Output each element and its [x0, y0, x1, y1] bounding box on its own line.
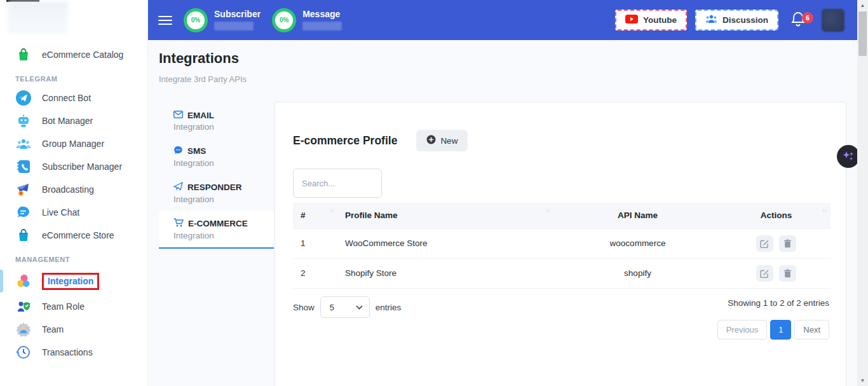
column-header-num[interactable]: # ↑↓ [293, 203, 337, 228]
shopping-bag-icon [15, 46, 32, 63]
active-indicator-bar [0, 270, 3, 293]
ecommerce-profile-card: E-commerce Profile New # ↑↓ Profile Name [275, 102, 846, 386]
sidebar: eCommerce Catalog TELEGRAM Connect Bot B… [0, 0, 148, 386]
tab-ecommerce-integration[interactable]: E-COMMERCE Integration [159, 211, 274, 249]
show-label: Show [293, 303, 315, 312]
sidebar-item-label: eCommerce Store [42, 230, 114, 240]
edit-button[interactable] [756, 235, 773, 252]
user-avatar[interactable] [822, 9, 844, 32]
edit-button[interactable] [756, 265, 773, 282]
pagination: Previous 1 Next [717, 320, 829, 340]
scroll-up-arrow-icon[interactable]: ▲ [857, 0, 868, 11]
sidebar-item-live-chat[interactable]: Live Chat [0, 201, 147, 224]
sidebar-item-ecommerce-catalog[interactable]: eCommerce Catalog [0, 43, 147, 66]
sidebar-item-group-manager[interactable]: Group Manager [0, 132, 147, 155]
previous-page-button[interactable]: Previous [717, 320, 768, 340]
row-number: 2 [293, 258, 337, 288]
sidebar-item-subscriber-manager[interactable]: Subscriber Manager [0, 155, 147, 178]
delete-button[interactable] [779, 265, 796, 282]
table-row: 1 WooCommerce Store woocommerce [293, 228, 831, 258]
subscriber-percent: 0% [187, 11, 205, 29]
entries-label: entries [376, 303, 402, 312]
sidebar-item-connect-bot[interactable]: Connect Bot [0, 86, 147, 109]
discussion-button-label: Discussion [722, 15, 768, 25]
sidebar-item-ecommerce-store[interactable]: eCommerce Store [0, 224, 147, 247]
sidebar-item-transactions[interactable]: Transactions [0, 341, 147, 364]
tab-title: EMAIL [187, 111, 214, 120]
tab-email-integration[interactable]: EMAIL Integration [159, 104, 274, 139]
vertical-scrollbar[interactable]: ▲ ▼ [857, 0, 868, 386]
message-stat: 0% Message [272, 8, 342, 32]
scroll-down-arrow-icon[interactable]: ▼ [857, 375, 868, 386]
trash-icon [783, 239, 792, 248]
page-size-value: 5 [330, 303, 334, 312]
sidebar-item-label: Group Manager [42, 139, 104, 149]
sidebar-section-management: MANAGEMENT [0, 247, 147, 267]
chevron-down-icon [356, 305, 363, 310]
subscriber-progress-ring: 0% [184, 8, 208, 32]
api-name-cell: shopify [553, 258, 722, 288]
next-page-button[interactable]: Next [794, 320, 829, 340]
youtube-button-label: Youtube [643, 15, 677, 25]
sidebar-item-label: Team [42, 324, 64, 334]
showing-entries-text: Showing 1 to 2 of 2 entries [728, 298, 829, 308]
notifications-button[interactable]: 6 [790, 11, 810, 30]
annotation-highlight-box: Integration [42, 273, 99, 290]
gear-person-icon [15, 321, 32, 338]
tab-subtitle: Integration [173, 122, 274, 132]
message-value-redacted [302, 22, 342, 31]
sort-icon: ↑↓ [822, 207, 827, 214]
column-header-profile-name[interactable]: Profile Name ↑↓ [337, 203, 553, 228]
chat-bubble-icon [15, 204, 32, 221]
people-group-icon [15, 135, 32, 152]
top-navbar: 0% Subscriber 0% Message Youtube Discuss… [148, 0, 857, 40]
search-input[interactable] [293, 169, 382, 198]
row-number: 1 [293, 228, 337, 258]
edit-pencil-icon [760, 269, 769, 278]
message-percent: 0% [275, 11, 293, 29]
page-size-select[interactable]: 5 [320, 296, 370, 318]
envelope-icon [173, 111, 183, 120]
youtube-button[interactable]: Youtube [615, 10, 687, 31]
ai-assistant-button[interactable] [837, 145, 860, 168]
telegram-plane-icon [15, 90, 32, 106]
main-content: Integrations Integrate 3rd Party APIs EM… [148, 40, 857, 386]
tab-subtitle: Integration [173, 195, 274, 204]
column-header-actions[interactable]: Actions ↑↓ [722, 203, 831, 228]
sidebar-item-team[interactable]: Team [0, 318, 147, 341]
new-profile-button[interactable]: New [416, 130, 468, 151]
discussion-button[interactable]: Discussion [695, 10, 778, 31]
shield-person-icon [15, 298, 32, 315]
edit-pencil-icon [760, 239, 769, 248]
new-button-label: New [440, 136, 458, 146]
robot-icon [15, 113, 32, 129]
card-title: E-commerce Profile [293, 134, 397, 148]
people-group-icon [705, 15, 717, 25]
paper-plane-icon [173, 182, 183, 193]
sidebar-item-label: Transactions [42, 347, 93, 357]
current-page-button[interactable]: 1 [770, 320, 791, 340]
scrollbar-thumb[interactable] [858, 11, 867, 56]
sidebar-item-broadcasting[interactable]: Broadcasting [0, 178, 147, 201]
tab-sms-integration[interactable]: SMS Integration [159, 139, 274, 175]
sidebar-section-telegram: TELEGRAM [0, 66, 147, 86]
app-logo-redacted [8, 1, 68, 34]
page-title: Integrations [159, 50, 239, 67]
tab-title: SMS [187, 146, 206, 156]
subscriber-value-redacted [214, 22, 254, 31]
table-row: 2 Shopify Store shopify [293, 258, 831, 288]
profile-name-cell: WooCommerce Store [337, 228, 553, 258]
sidebar-item-team-role[interactable]: Team Role [0, 295, 147, 318]
sort-icon: ↑↓ [329, 207, 334, 214]
sidebar-item-bot-manager[interactable]: Bot Manager [0, 109, 147, 132]
tab-responder-integration[interactable]: RESPONDER Integration [159, 175, 274, 211]
sidebar-item-integration[interactable]: Integration [0, 267, 147, 295]
notification-count-badge: 6 [802, 12, 813, 24]
contact-book-icon [15, 158, 32, 175]
youtube-icon [625, 15, 638, 25]
subscriber-stat: 0% Subscriber [184, 8, 261, 32]
sidebar-item-label: Integration [48, 276, 93, 286]
column-header-api-name[interactable]: API Name [553, 203, 722, 228]
delete-button[interactable] [779, 235, 796, 252]
hamburger-menu-icon[interactable] [158, 13, 172, 27]
